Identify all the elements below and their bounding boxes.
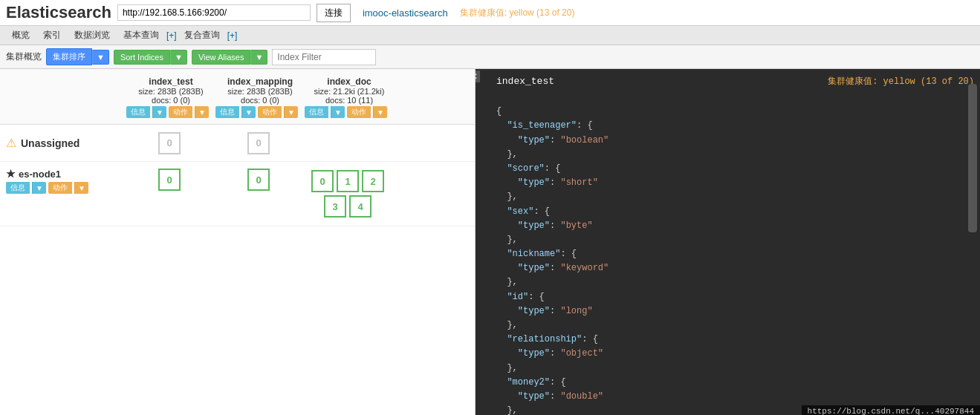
info-btn-doc[interactable]: 信息 [305, 106, 328, 118]
node-shards-mapping: 0 [214, 168, 303, 192]
sort-indices-arrow[interactable]: ▼ [170, 50, 187, 65]
index-btns-mapping: 信息 ▼ 动作 ▼ [215, 106, 305, 118]
info-arr-test[interactable]: ▼ [152, 106, 166, 118]
view-aliases-button[interactable]: View Aliases [192, 50, 251, 65]
node-shards-doc: 0 1 2 3 4 [303, 168, 392, 220]
node-row: ★ es-node1 信息 ▼ 动作 ▼ 0 0 0 1 [0, 162, 475, 226]
action-btn-mapping[interactable]: 动作 [258, 106, 282, 118]
index-docs-doc: docs: 10 (11) [305, 96, 394, 105]
node-info-btn[interactable]: 信息 [6, 182, 30, 194]
index-docs-mapping: docs: 0 (0) [215, 96, 305, 105]
node-shards-test: 0 [125, 168, 214, 192]
node-shard-doc-0: 0 [311, 170, 334, 192]
node-shard-doc-2: 2 [362, 170, 384, 192]
info-btn-mapping[interactable]: 信息 [215, 106, 239, 118]
index-docs-test: docs: 0 (0) [126, 96, 215, 105]
index-col-test: index_test size: 283B (283B) docs: 0 (0)… [126, 73, 215, 121]
json-title: index_test [496, 76, 554, 87]
action-arr-doc[interactable]: ▼ [373, 106, 387, 118]
tab-basic-add[interactable]: [+] [166, 30, 177, 41]
info-arr-doc[interactable]: ▼ [331, 106, 345, 118]
bottom-url: https://blog.csdn.net/q...40297844 [808, 407, 974, 415]
index-name-mapping: index_mapping [215, 76, 305, 87]
indices-header: index_test size: 283B (283B) docs: 0 (0)… [0, 69, 475, 125]
cluster-sort-arrow[interactable]: ▼ [92, 50, 109, 65]
index-col-mapping: index_mapping size: 283B (283B) docs: 0 … [215, 73, 305, 121]
action-btn-doc[interactable]: 动作 [347, 106, 371, 118]
index-name-doc: index_doc [305, 76, 394, 87]
info-btn-test[interactable]: 信息 [126, 106, 150, 118]
action-arr-mapping[interactable]: ▼ [284, 106, 298, 118]
connect-button[interactable]: 连接 [317, 4, 351, 22]
cluster-sort-button[interactable]: 集群排序 [46, 48, 92, 65]
json-content: { "is_teenager": { "type": "boolean" }, … [496, 91, 974, 415]
nav-tabs: 概览 索引 数据浏览 基本查询 [+] 复合查询 [+] [0, 26, 980, 45]
action-arr-test[interactable]: ▼ [195, 106, 209, 118]
bottom-url-bar: https://blog.csdn.net/q...40297844 [802, 405, 980, 415]
node-shard-mapping-0: 0 [247, 169, 270, 191]
tab-complex-query[interactable]: 复合查询 [178, 27, 226, 43]
node-action-arr[interactable]: ▼ [74, 182, 88, 194]
tab-indices[interactable]: 索引 [37, 27, 67, 43]
warning-icon: ⚠ [6, 136, 16, 150]
index-name-test: index_test [126, 76, 215, 87]
app-logo: Elasticsearch [6, 3, 111, 22]
unassigned-shards-test: 0 [125, 131, 214, 155]
tab-data-browse[interactable]: 数据浏览 [68, 27, 116, 43]
unassigned-label-cell: ⚠ Unassigned [6, 136, 125, 150]
header: Elasticsearch 连接 imooc-elasticsearch 集群健… [0, 0, 980, 26]
sort-indices-btn-group: Sort Indices ▼ [114, 50, 187, 65]
shard-unassigned-1: 0 [247, 132, 270, 154]
node-info-arr[interactable]: ▼ [32, 182, 46, 194]
sort-indices-button[interactable]: Sort Indices [114, 50, 170, 65]
tab-basic-query[interactable]: 基本查询 [117, 27, 165, 43]
unassigned-text: Unassigned [21, 137, 79, 149]
index-size-doc: size: 21.2ki (21.2ki) [305, 87, 394, 96]
unassigned-shards-mapping: 0 [214, 131, 303, 155]
view-aliases-btn-group: View Aliases ▼ [192, 50, 267, 65]
node-name: ★ es-node1 [6, 168, 125, 180]
sort-btn-group: 集群排序 ▼ [46, 48, 109, 65]
view-aliases-arrow[interactable]: ▼ [250, 50, 267, 65]
main-area: index_test size: 283B (283B) docs: 0 (0)… [0, 69, 980, 415]
info-arr-mapping[interactable]: ▼ [241, 106, 256, 118]
tab-complex-add[interactable]: [+] [227, 30, 238, 41]
node-shard-test-0: 0 [158, 169, 181, 191]
node-action-btn[interactable]: 动作 [48, 182, 72, 194]
json-top-bar: index_test 集群健康值: yellow (13 of 20) [496, 75, 974, 88]
url-input[interactable] [117, 4, 311, 21]
star-icon: ★ [6, 168, 16, 180]
node-shard-doc-1: 1 [337, 170, 359, 192]
cluster-health-badge: 集群健康值: yellow (13 of 20) [460, 7, 575, 19]
toolbar: 集群概览 集群排序 ▼ Sort Indices ▼ View Aliases … [0, 45, 980, 69]
scrollbar-track[interactable] [968, 84, 977, 232]
index-btns-doc: 信息 ▼ 动作 ▼ [305, 106, 394, 118]
left-panel: index_test size: 283B (283B) docs: 0 (0)… [0, 69, 476, 415]
shard-unassigned-0: 0 [158, 132, 181, 154]
json-panel: ✕ index_test 集群健康值: yellow (13 of 20) { … [476, 69, 980, 415]
action-btn-test[interactable]: 动作 [169, 106, 192, 118]
json-health: 集群健康值: yellow (13 of 20) [828, 75, 974, 88]
tab-overview[interactable]: 概览 [6, 27, 36, 43]
imooc-label: imooc-elasticsearch [363, 7, 448, 19]
node-shard-doc-4: 4 [349, 195, 371, 218]
node-name-text: es-node1 [19, 169, 61, 180]
node-buttons: 信息 ▼ 动作 ▼ [6, 182, 125, 194]
index-col-doc: index_doc size: 21.2ki (21.2ki) docs: 10… [305, 73, 394, 121]
index-btns-test: 信息 ▼ 动作 ▼ [126, 106, 215, 118]
close-overlay-button[interactable]: ✕ [476, 71, 480, 82]
node-shard-doc-3: 3 [324, 195, 346, 218]
index-size-test: size: 283B (283B) [126, 87, 215, 96]
node-label-cell: ★ es-node1 信息 ▼ 动作 ▼ [6, 168, 125, 194]
cluster-overview-label: 集群概览 [6, 50, 42, 63]
node-col-header [6, 73, 126, 121]
index-filter-input[interactable] [272, 49, 376, 65]
unassigned-row: ⚠ Unassigned 0 0 [0, 125, 475, 162]
index-size-mapping: size: 283B (283B) [215, 87, 305, 96]
